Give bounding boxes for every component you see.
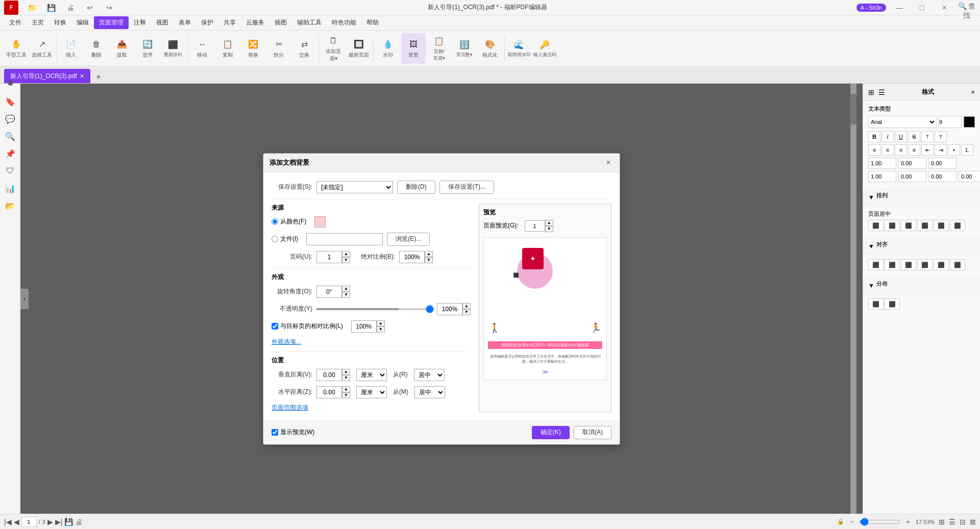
page-number-input[interactable] — [21, 517, 37, 527]
tool-activate[interactable]: 🔑 输入激活码 — [532, 33, 557, 64]
menu-page[interactable]: 页面管理 — [94, 16, 129, 29]
file-radio-label[interactable]: 文件(I) — [272, 235, 298, 243]
delete-btn[interactable]: 删除(D) — [397, 181, 435, 194]
save-settings-btn[interactable]: 保存设置(T)... — [439, 181, 494, 194]
tool-select[interactable]: ↗ 选择工具 — [30, 33, 54, 64]
maximize-btn[interactable]: □ — [913, 2, 931, 13]
menu-share[interactable]: 共享 — [218, 16, 241, 29]
tool-pagenum[interactable]: 🔢 页贝数▾ — [452, 33, 477, 64]
close-btn[interactable]: × — [935, 2, 953, 13]
confirm-btn[interactable]: 确定(K) — [532, 426, 570, 439]
horizontal-from-select[interactable]: 居中 — [414, 386, 445, 398]
relative-down-btn[interactable]: ▼ — [377, 326, 385, 333]
sidebar-icon-folder[interactable]: 📂 — [3, 198, 18, 213]
zoom-slider[interactable] — [860, 518, 900, 526]
tool-split[interactable]: ✂ 拆分 — [266, 33, 291, 64]
menu-cloud[interactable]: 云服务 — [241, 16, 270, 29]
tool-swap[interactable]: ⇄ 交换 — [292, 33, 316, 64]
horizontal-input[interactable] — [316, 386, 342, 398]
distribute-section-header[interactable]: ▼ 分布 — [863, 277, 980, 294]
font-size-input[interactable] — [939, 116, 962, 128]
tool-rearrange[interactable]: ⬛ 重新排列 — [161, 33, 185, 64]
page-range-link[interactable]: 页面范围选项 — [272, 404, 308, 411]
tool-extract[interactable]: 📤 提取 — [110, 33, 134, 64]
rotation-down-btn[interactable]: ▼ — [342, 292, 350, 298]
distribute-btn-2[interactable]: ⬛ — [885, 298, 900, 310]
opacity-input[interactable] — [437, 303, 462, 315]
arrange-btn-4[interactable]: ⬛ — [917, 220, 933, 231]
percent-value-input[interactable] — [399, 251, 425, 263]
menu-home[interactable]: 主页 — [27, 16, 49, 29]
horiz-down-btn[interactable]: ▼ — [342, 392, 350, 398]
save-btn[interactable]: 💾 — [42, 2, 60, 13]
tool-reverse[interactable]: 🔄 逆序 — [135, 33, 160, 64]
sidebar-icon-bookmark[interactable]: 🔖 — [3, 94, 18, 109]
relative-check-label[interactable]: 与目标页的相对比例(L) — [272, 322, 343, 331]
color-radio-label[interactable]: 从颜色(F) — [272, 217, 306, 226]
menu-form[interactable]: 表单 — [174, 16, 196, 29]
tool-ocr-watermark[interactable]: 🌊 聪明用水印 — [507, 33, 531, 64]
opacity-down-btn[interactable]: ▼ — [462, 309, 471, 315]
file-radio[interactable] — [272, 236, 278, 242]
color-picker[interactable] — [314, 216, 326, 228]
menu-help[interactable]: 帮助 — [361, 16, 384, 29]
vertical-from-select[interactable]: 居中 — [414, 369, 445, 381]
tab-main[interactable]: 新人引导(1)_OCR(3).pdf × — [4, 69, 90, 83]
cancel-btn[interactable]: 取消(A) — [574, 426, 611, 439]
page-down-btn[interactable]: ▼ — [342, 257, 350, 263]
search-btn[interactable]: 🔍 查找 — [958, 2, 976, 13]
indent-more-btn[interactable]: ⇥ — [935, 144, 947, 156]
underline-btn[interactable]: U — [895, 131, 907, 142]
redo-btn[interactable]: ↪ — [100, 2, 118, 13]
view-mode-btn-1[interactable]: ⊞ — [939, 518, 945, 526]
font-color-box[interactable] — [964, 116, 975, 128]
align-section-header[interactable]: ▼ 对齐 — [863, 238, 980, 255]
zoom-out-btn[interactable]: － — [848, 517, 855, 526]
page-preview-input[interactable] — [525, 220, 545, 232]
menu-protect[interactable]: 保护 — [196, 16, 218, 29]
panel-grid-view[interactable]: ⊞ — [868, 88, 874, 96]
show-preview-checkbox[interactable] — [272, 429, 278, 436]
file-path-input[interactable] — [306, 233, 383, 245]
strikethrough-btn[interactable]: S — [908, 131, 920, 142]
arrange-btn-5[interactable]: ⬛ — [934, 220, 949, 231]
view-mode-btn-2[interactable]: ☰ — [949, 518, 955, 526]
menu-comment[interactable]: 注释 — [129, 16, 151, 29]
zoom-in-btn[interactable]: ＋ — [904, 517, 912, 526]
quick-access-btn[interactable]: 📁 — [22, 2, 41, 13]
font-select[interactable]: Arial — [868, 116, 937, 128]
other-spacing-input[interactable] — [959, 171, 980, 182]
page-up-btn[interactable]: ▲ — [342, 251, 350, 257]
tool-move[interactable]: ↔ 移动 — [190, 33, 214, 64]
prev-page-btn[interactable]: ◀ — [14, 518, 19, 526]
list-unordered-btn[interactable]: • — [948, 144, 960, 156]
last-page-btn[interactable]: ▶| — [55, 518, 63, 526]
undo-btn[interactable]: ↩ — [81, 2, 99, 13]
menu-file[interactable]: 文件 — [4, 16, 27, 29]
tool-copy[interactable]: 📋 复制 — [215, 33, 240, 64]
menu-assist[interactable]: 辅助工具 — [292, 16, 327, 29]
menu-edit[interactable]: 编辑 — [71, 16, 94, 29]
print-btn[interactable]: 🖨 — [61, 2, 80, 13]
relative-up-btn[interactable]: ▲ — [377, 320, 385, 326]
menu-chart[interactable]: 插图 — [270, 16, 292, 29]
menu-view[interactable]: 视图 — [151, 16, 174, 29]
distribute-btn-1[interactable]: ⬛ — [868, 298, 884, 310]
panel-close-btn[interactable]: × — [971, 88, 975, 96]
tool-crop[interactable]: 🔲 裁剪页面 — [347, 33, 371, 64]
relative-checkbox[interactable] — [272, 323, 278, 330]
vertical-unit-select[interactable]: 厘米 — [356, 369, 387, 381]
menu-special[interactable]: 特色功能 — [327, 16, 361, 29]
vert-up-btn[interactable]: ▲ — [342, 369, 350, 375]
align-right-btn[interactable]: ≡ — [895, 144, 907, 156]
before-spacing-input[interactable] — [898, 171, 926, 182]
show-preview-label[interactable]: 显示预览(W) — [272, 426, 314, 439]
tab-add-btn[interactable]: + — [92, 71, 105, 83]
advanced-link[interactable]: 外观选项... — [272, 338, 301, 345]
menu-convert[interactable]: 转换 — [49, 16, 71, 29]
vertical-input[interactable] — [316, 369, 342, 381]
sidebar-icon-chart[interactable]: 📊 — [3, 181, 18, 196]
page-value-input[interactable]: 1 — [316, 251, 342, 263]
indent-less-btn[interactable]: ⇤ — [921, 144, 934, 156]
rotation-up-btn[interactable]: ▲ — [342, 286, 350, 292]
